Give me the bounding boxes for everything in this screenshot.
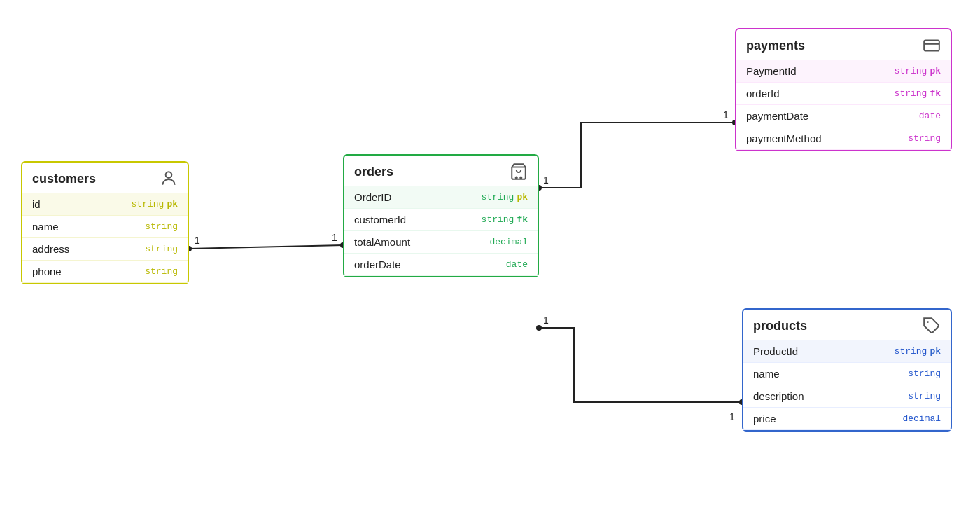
table-row: phone string bbox=[22, 261, 188, 283]
svg-point-15 bbox=[516, 177, 517, 179]
payments-header: payments bbox=[736, 29, 951, 60]
orders-header: orders bbox=[344, 156, 538, 186]
table-row: customerId string fk bbox=[344, 209, 538, 231]
payments-card: payments PaymentId string pk orderId str… bbox=[735, 28, 952, 151]
table-row: ProductId string pk bbox=[743, 340, 951, 363]
tag-icon bbox=[923, 317, 941, 335]
svg-point-9 bbox=[536, 325, 542, 331]
table-row: address string bbox=[22, 238, 188, 261]
table-row: id string pk bbox=[22, 193, 188, 216]
svg-text:1: 1 bbox=[729, 411, 735, 422]
table-row: orderId string fk bbox=[736, 83, 951, 105]
svg-text:1: 1 bbox=[543, 315, 549, 326]
payments-body: PaymentId string pk orderId string fk pa… bbox=[736, 60, 951, 150]
table-row: name string bbox=[22, 216, 188, 238]
diagram-container: 1 1 1 1 1 1 custo bbox=[0, 0, 980, 510]
payments-title: payments bbox=[746, 39, 805, 53]
customers-title: customers bbox=[32, 172, 96, 186]
table-row: totalAmount decimal bbox=[344, 231, 538, 254]
table-row: name string bbox=[743, 363, 951, 385]
customers-header: customers bbox=[22, 163, 188, 193]
customers-card: customers id string pk name string addre… bbox=[21, 161, 189, 284]
products-body: ProductId string pk name string descript… bbox=[743, 340, 951, 430]
svg-text:1: 1 bbox=[332, 232, 337, 243]
svg-line-0 bbox=[189, 245, 343, 249]
person-icon bbox=[160, 170, 178, 188]
table-row: PaymentId string pk bbox=[736, 60, 951, 83]
table-row: description string bbox=[743, 385, 951, 408]
products-header: products bbox=[743, 310, 951, 340]
orders-card: orders OrderID string pk customerId bbox=[343, 154, 539, 277]
table-row: orderDate date bbox=[344, 254, 538, 276]
table-row: paymentDate date bbox=[736, 105, 951, 127]
svg-text:1: 1 bbox=[543, 174, 549, 186]
svg-text:1: 1 bbox=[723, 109, 729, 120]
table-row: OrderID string pk bbox=[344, 186, 538, 209]
orders-title: orders bbox=[354, 165, 393, 179]
products-card: products ProductId string pk name string… bbox=[742, 308, 952, 432]
cart-icon bbox=[510, 163, 528, 181]
card-icon bbox=[923, 36, 941, 55]
svg-point-16 bbox=[520, 177, 522, 179]
table-row: price decimal bbox=[743, 408, 951, 430]
orders-body: OrderID string pk customerId string fk t… bbox=[344, 186, 538, 276]
table-row: paymentMethod string bbox=[736, 127, 951, 150]
products-title: products bbox=[753, 319, 807, 333]
customers-body: id string pk name string address string … bbox=[22, 193, 188, 283]
svg-point-13 bbox=[166, 172, 172, 178]
svg-rect-17 bbox=[924, 40, 939, 50]
svg-text:1: 1 bbox=[195, 235, 200, 246]
